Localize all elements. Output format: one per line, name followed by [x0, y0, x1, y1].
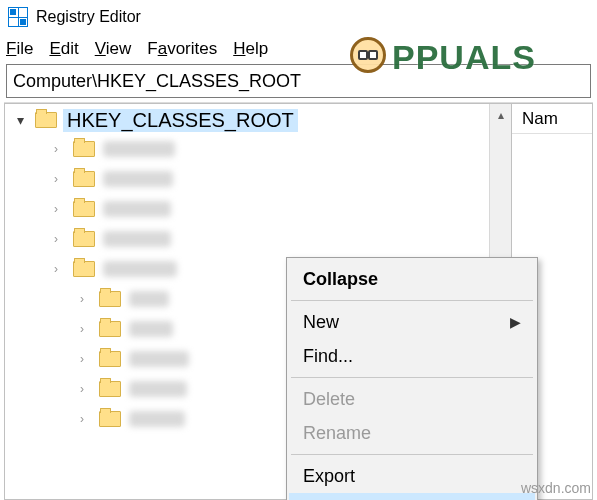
menu-edit[interactable]: Edit	[49, 39, 78, 59]
expander-icon[interactable]: ▾	[11, 112, 29, 128]
scroll-up-button[interactable]: ▴	[490, 104, 511, 126]
folder-icon	[99, 291, 121, 307]
folder-icon	[99, 351, 121, 367]
tree-node-child[interactable]: ›	[33, 224, 511, 254]
tree-node-label-blurred	[129, 321, 173, 337]
context-find[interactable]: Find...	[289, 339, 535, 373]
folder-icon	[99, 411, 121, 427]
tree-node-label: HKEY_CLASSES_ROOT	[63, 109, 298, 132]
tree-node-label-blurred	[103, 141, 175, 157]
expander-icon[interactable]: ›	[73, 292, 91, 306]
expander-icon[interactable]: ›	[47, 232, 65, 246]
expander-icon[interactable]: ›	[73, 322, 91, 336]
menu-view[interactable]: View	[95, 39, 132, 59]
expander-icon[interactable]: ›	[73, 352, 91, 366]
tree-node-child[interactable]: ›	[33, 134, 511, 164]
tree-node-label-blurred	[129, 291, 169, 307]
context-delete: Delete	[289, 382, 535, 416]
context-separator	[291, 377, 533, 378]
expander-icon[interactable]: ›	[73, 382, 91, 396]
titlebar: Registry Editor	[0, 0, 597, 34]
expander-icon[interactable]: ›	[47, 142, 65, 156]
address-bar[interactable]: Computer\HKEY_CLASSES_ROOT	[6, 64, 591, 98]
tree-node-label-blurred	[103, 231, 171, 247]
context-menu: Collapse New▶ Find... Delete Rename Expo…	[286, 257, 538, 500]
window-title: Registry Editor	[36, 8, 141, 26]
tree-node-label-blurred	[103, 201, 171, 217]
folder-icon	[99, 321, 121, 337]
tree-node-hkcr[interactable]: ▾ HKEY_CLASSES_ROOT	[5, 106, 511, 134]
tree-node-label-blurred	[129, 411, 185, 427]
folder-icon	[99, 381, 121, 397]
context-collapse[interactable]: Collapse	[289, 262, 535, 296]
folder-icon	[73, 201, 95, 217]
tree-node-label-blurred	[103, 261, 177, 277]
context-new[interactable]: New▶	[289, 305, 535, 339]
chevron-right-icon: ▶	[510, 314, 521, 330]
folder-icon	[73, 261, 95, 277]
tree-node-child[interactable]: ›	[33, 164, 511, 194]
folder-icon	[73, 171, 95, 187]
context-permissions[interactable]: Permissions...	[289, 493, 535, 500]
regedit-icon	[8, 7, 28, 27]
expander-icon[interactable]: ›	[47, 262, 65, 276]
folder-icon	[73, 141, 95, 157]
expander-icon[interactable]: ›	[47, 172, 65, 186]
menu-file[interactable]: File	[6, 39, 33, 59]
menu-help[interactable]: Help	[233, 39, 268, 59]
content-area: ▾ HKEY_CLASSES_ROOT ›››››››››› ▴ ▾ Nam C…	[4, 102, 593, 500]
tree-node-label-blurred	[129, 351, 189, 367]
menu-favorites[interactable]: Favorites	[147, 39, 217, 59]
expander-icon[interactable]: ›	[73, 412, 91, 426]
address-path: Computer\HKEY_CLASSES_ROOT	[13, 71, 301, 92]
context-export[interactable]: Export	[289, 459, 535, 493]
menubar: File Edit View Favorites Help	[0, 34, 597, 64]
context-separator	[291, 454, 533, 455]
column-header-name[interactable]: Nam	[512, 104, 592, 134]
expander-icon[interactable]: ›	[47, 202, 65, 216]
tree-node-child[interactable]: ›	[33, 194, 511, 224]
folder-icon	[73, 231, 95, 247]
context-rename: Rename	[289, 416, 535, 450]
tree-node-label-blurred	[129, 381, 187, 397]
context-separator	[291, 300, 533, 301]
tree-node-label-blurred	[103, 171, 173, 187]
folder-icon	[35, 112, 57, 128]
